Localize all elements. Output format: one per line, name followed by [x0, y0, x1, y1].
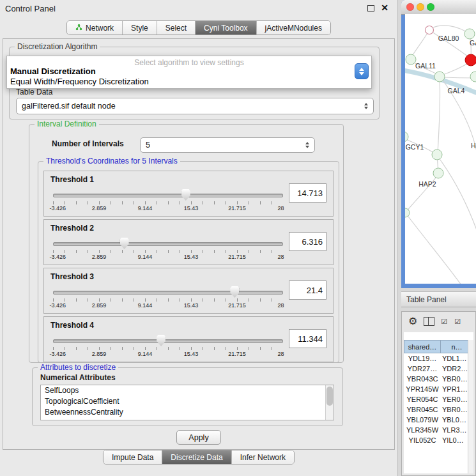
network-node[interactable] [434, 72, 445, 82]
zoom-traffic-light[interactable] [427, 3, 434, 11]
number-of-intervals-combobox[interactable]: 5 [140, 137, 315, 153]
cell[interactable]: YER0… [441, 394, 468, 404]
table-row[interactable]: YLR345WYLR3… [404, 425, 468, 435]
float-button[interactable] [367, 5, 374, 12]
tab-jactivemnodules[interactable]: jActiveMNodules [256, 21, 330, 35]
threshold-value-field[interactable]: 11.344 [289, 329, 326, 348]
scale-label: -3.426 [49, 205, 66, 211]
tab-infer-network[interactable]: Infer Network [231, 450, 294, 464]
attributes-group: Attributes to discretize Numerical Attri… [32, 367, 343, 426]
combo-stepper-icon[interactable] [362, 103, 371, 109]
close-button[interactable]: ✕ [381, 3, 388, 13]
scale-label: 9.144 [138, 205, 153, 211]
node-label-gal4: GAL4 [448, 87, 465, 95]
threshold-slider[interactable]: -3.426 2.859 9.144 15.43 21.715 28 [53, 236, 283, 262]
menu-item-manual-discretization[interactable]: Manual Discretization [10, 66, 96, 76]
table-row[interactable]: YDR27…YDR2… [404, 364, 468, 374]
close-traffic-light[interactable] [406, 3, 414, 11]
cell[interactable]: YBL0… [441, 415, 468, 425]
scale-label: 28 [277, 254, 284, 260]
tab-select[interactable]: Select [157, 21, 195, 35]
tab-style[interactable]: Style [122, 21, 157, 35]
minimize-traffic-light[interactable] [417, 3, 424, 11]
apply-button[interactable]: Apply [176, 430, 221, 445]
network-node-selected-red[interactable] [465, 54, 476, 66]
threshold-slider[interactable]: -3.426 2.859 9.144 15.43 21.715 28 [53, 188, 283, 213]
tab-discretize-data[interactable]: Discretize Data [162, 450, 231, 464]
slider-track[interactable] [53, 242, 283, 246]
tab-label: jActiveMNodules [265, 24, 322, 33]
cell[interactable]: YBR045C [404, 404, 441, 415]
table-row[interactable]: YBR043CYBR0… [404, 374, 468, 384]
slider-track[interactable] [53, 339, 283, 343]
slider-thumb[interactable] [181, 189, 190, 201]
scale-label: -3.426 [49, 254, 66, 260]
slider-thumb[interactable] [230, 286, 239, 298]
combo-stepper-icon[interactable] [303, 142, 312, 148]
table-panel-header[interactable]: Table Panel [401, 291, 476, 307]
cell[interactable]: YLR3… [441, 425, 468, 435]
table-row[interactable]: YBL079WYBL0… [404, 415, 468, 425]
threshold-value-field[interactable]: 6.316 [289, 232, 326, 251]
threshold-value-field[interactable]: 14.713 [289, 183, 326, 203]
control-panel-titlebar[interactable]: Control Panel ✕ [0, 0, 397, 17]
threshold-slider[interactable]: -3.426 2.859 9.144 15.43 21.715 28 [53, 334, 283, 359]
menu-item-equal-width-frequency[interactable]: Equal Width/Frequency Discretization [10, 77, 149, 86]
algorithm-combo-stepper[interactable] [355, 63, 369, 79]
network-node[interactable] [406, 54, 416, 65]
slider-track[interactable] [53, 194, 283, 197]
threshold-value-field[interactable]: 21.4 [289, 280, 326, 300]
cell[interactable]: YBR0… [441, 374, 468, 384]
network-view-window: GAL80 GA GAL11 GAL4 GCY1 H HAP2 [401, 0, 476, 288]
table-scrollbar[interactable] [468, 340, 473, 473]
cell[interactable]: YDL19… [404, 353, 441, 364]
cell[interactable]: YIL0… [441, 435, 468, 445]
table-row[interactable]: YER054CYER0… [404, 394, 468, 404]
network-window-titlebar[interactable] [401, 0, 476, 15]
cell[interactable]: YER054C [404, 394, 441, 404]
threshold-slider[interactable]: -3.426 2.859 9.144 15.43 21.715 28 [53, 285, 283, 311]
table-row[interactable]: YBR045CYBR0… [404, 404, 468, 415]
network-node[interactable] [464, 29, 475, 39]
tab-cyni-toolbox[interactable]: Cyni Toolbox [195, 21, 256, 35]
numerical-attributes-list[interactable]: SelfLoops TopologicalCoefficient Between… [40, 385, 334, 420]
list-item[interactable]: BetweennessCentrality [41, 407, 334, 418]
slider-track[interactable] [53, 291, 283, 295]
table-row[interactable]: YPR145WYPR1… [404, 384, 468, 394]
scrollbar-thumb[interactable] [326, 387, 333, 406]
tab-network[interactable]: Network [67, 21, 122, 35]
cell[interactable]: YBL079W [404, 415, 441, 425]
cell[interactable]: YBR043C [404, 374, 441, 384]
column-header-shared-name[interactable]: shared… [404, 340, 441, 353]
slider-thumb[interactable] [120, 238, 129, 249]
cell[interactable]: YBR0… [441, 404, 468, 415]
tab-label: Infer Network [240, 453, 286, 462]
table-row[interactable]: YDL19…YDL1… [404, 353, 468, 364]
threshold-label: Threshold 4 [50, 321, 94, 330]
cell[interactable]: YDR27… [404, 364, 441, 374]
cell[interactable]: YLR345W [404, 425, 441, 435]
cell[interactable]: YPR145W [404, 384, 441, 394]
network-node[interactable] [432, 150, 442, 160]
list-item[interactable]: SelfLoops [41, 385, 334, 396]
network-canvas[interactable]: GAL80 GA GAL11 GAL4 GCY1 H HAP2 [405, 14, 476, 284]
columns-icon[interactable] [424, 317, 434, 326]
network-node[interactable] [470, 72, 476, 82]
slider-thumb[interactable] [157, 335, 165, 346]
cell[interactable]: YDR2… [441, 364, 468, 374]
tab-impute-data[interactable]: Impute Data [104, 450, 162, 464]
cell[interactable]: YIL052C [404, 435, 441, 445]
select-all-icon[interactable]: ☑ [441, 318, 448, 326]
list-item[interactable]: TopologicalCoefficient [41, 396, 334, 407]
network-node[interactable] [405, 208, 410, 217]
cell[interactable]: YPR1… [441, 384, 468, 394]
network-node[interactable] [433, 168, 443, 178]
table-data-combobox[interactable]: galFiltered.sif default node [16, 98, 374, 114]
select-columns-icon[interactable]: ☑ [454, 318, 461, 326]
table-row[interactable]: YIL052CYIL0… [404, 435, 468, 445]
gear-icon[interactable]: ⚙ [408, 316, 417, 326]
list-scrollbar[interactable] [325, 385, 334, 420]
node-label-gcy1: GCY1 [406, 143, 424, 151]
cell[interactable]: YDL1… [441, 353, 468, 364]
network-node[interactable] [426, 26, 434, 35]
